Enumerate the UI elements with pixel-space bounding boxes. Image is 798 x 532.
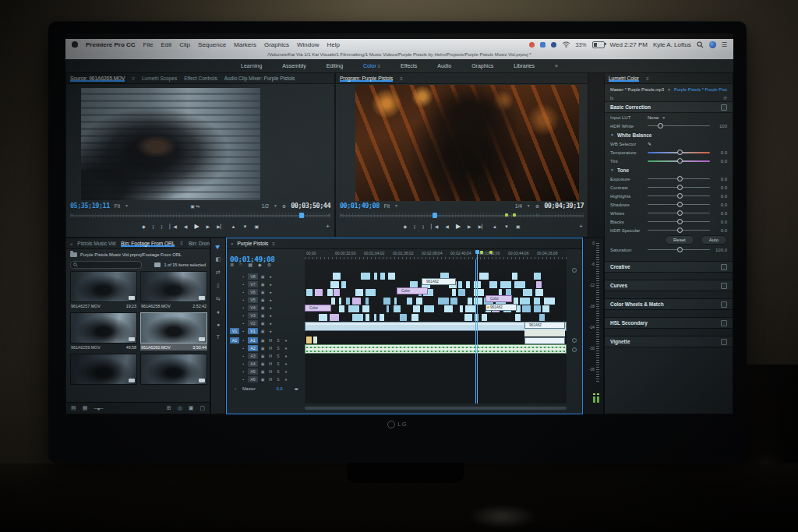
panel-menu-icon[interactable]: ≡ [272,241,275,246]
mute-button[interactable]: M [267,369,274,374]
slider-value[interactable]: 0.0 [713,211,727,216]
mute-button[interactable]: M [267,346,274,351]
timeline-clip[interactable] [514,281,524,288]
sync-lock-icon[interactable]: ▣ [260,290,266,294]
source-zoom-dropdown[interactable]: 1/2 [262,203,269,209]
source-settings-icons[interactable]: ▣ ⇆ [190,203,200,209]
slider-temperature[interactable] [648,152,710,153]
timeline-clip[interactable] [512,273,517,280]
clip-name[interactable]: 961A6257.MOV [71,304,101,308]
white-balance-header[interactable]: White Balance [617,132,651,138]
timeline-clip[interactable] [339,305,345,312]
source-patch[interactable] [230,353,239,359]
clip-card[interactable] [70,354,137,385]
track-header-v8[interactable]: ▪V8▣● [228,273,303,280]
track-visibility-eye-icon[interactable]: ● [267,274,274,279]
slider-whites[interactable] [648,213,710,213]
track-name[interactable]: A2 [248,345,258,351]
panel-menu-icon[interactable]: ≡ [180,241,183,247]
nest-icon[interactable]: ≣ [230,262,234,267]
clip-thumbnail[interactable] [70,354,137,385]
timeline-clip[interactable] [388,273,395,280]
mute-icon[interactable]: ▣ [260,377,266,382]
reset-button[interactable]: Reset [665,235,694,245]
track-name[interactable]: A1 [248,337,258,344]
sync-lock-icon[interactable]: ▣ [260,305,266,310]
solo-button[interactable]: S [275,369,281,374]
lock-icon[interactable]: ▪ [241,346,246,351]
hdr-white-slider[interactable] [648,125,710,126]
timeline-clip[interactable] [330,281,339,288]
voiceover-record-icon[interactable]: ♦ [283,361,289,366]
go-to-in-icon[interactable]: ▏◀ [170,224,177,229]
saturation-value[interactable]: 100.0 [713,248,727,252]
source-video[interactable] [81,88,260,200]
sync-lock-icon[interactable]: ▣ [260,274,266,279]
sync-lock-icon[interactable]: ▣ [260,329,266,333]
razor-tool[interactable]: ▯ [217,283,220,289]
keyframe-icon[interactable]: ◂▸ [294,386,298,391]
voiceover-record-icon[interactable]: ♦ [283,354,289,358]
track-name[interactable]: A5 [248,368,258,375]
section-enabled-checkbox[interactable] [721,320,727,326]
timeline-clip[interactable] [542,305,550,312]
menu-item-window[interactable]: Window [297,41,319,48]
master-track-row[interactable]: ▪ Master 0.0 ◂▸ [233,386,298,391]
timeline-clip[interactable] [383,298,390,305]
sync-lock-icon[interactable]: ▣ [260,321,266,326]
lock-icon[interactable]: ▪ [241,329,246,333]
timeline-clip[interactable] [534,273,541,280]
ripple-edit-tool[interactable]: ⇄ [216,270,221,276]
menu-item-sequence[interactable]: Sequence [198,41,226,48]
workspace-overflow-button[interactable]: » [555,63,558,69]
mute-icon[interactable]: ▣ [260,346,266,351]
track-name[interactable]: V8 [248,273,258,280]
menu-item-file[interactable]: File [143,41,154,48]
track-name[interactable]: V3 [248,312,258,319]
panel-menu-icon[interactable]: ≡ [376,64,380,69]
clip-thumbnail[interactable] [70,312,137,344]
slider-blacks[interactable] [648,221,710,222]
timeline-clip[interactable] [365,289,376,296]
timeline-audio-clip[interactable] [306,336,312,344]
timeline-audio-music-clip[interactable] [305,344,567,354]
timeline-clip[interactable] [352,314,363,321]
scrollbar-dot[interactable] [572,347,577,352]
source-patch[interactable] [230,361,239,367]
extract-icon[interactable]: ▼ [242,224,247,229]
track-visibility-eye-icon[interactable]: ● [267,298,274,302]
hdr-white-value[interactable]: 100 [713,124,727,129]
slider-hdr-specular[interactable] [648,230,710,231]
scrollbar-dot[interactable] [572,338,577,343]
track-visibility-eye-icon[interactable]: ● [267,305,274,310]
project-tab[interactable]: Pistols Music Vid [77,241,115,247]
timeline-clip[interactable] [400,314,407,321]
track-select-forward-tool[interactable]: ◧ [216,256,221,262]
source-tab[interactable]: Source: 961A6265.MOV [70,76,125,82]
section-enabled-checkbox[interactable] [721,301,727,308]
adjustment-layer-clip[interactable]: Color [397,287,428,294]
adjustment-layer-clip[interactable]: Color [486,295,512,302]
saturation-slider[interactable] [648,249,710,250]
track-visibility-eye-icon[interactable]: ● [267,290,274,294]
tone-header[interactable]: Tone [617,167,629,173]
sync-lock-icon[interactable]: ▣ [260,298,266,302]
timeline-clip[interactable] [450,298,457,305]
program-fit-dropdown[interactable]: Fit [384,203,390,209]
settings-icon[interactable]: ⟳ [723,96,727,100]
source-patch[interactable] [230,305,239,311]
sequence-marker-green[interactable] [505,213,508,217]
workspace-tab-learning[interactable]: Learning [241,63,262,69]
timeline-clip[interactable] [464,314,473,321]
timeline-clip[interactable] [452,289,456,296]
timeline-clip[interactable] [520,298,530,305]
timeline-labeled-clip[interactable] [524,337,565,344]
track-header-v2[interactable]: ▪V2▣● [228,319,303,327]
panel-menu-icon[interactable]: ≡ [132,76,135,81]
track-name[interactable]: A3 [248,353,258,359]
slider-knob[interactable] [677,193,683,199]
hand-tool[interactable]: ● [217,322,220,327]
slider-value[interactable]: 0.0 [713,185,727,190]
timeline-clip[interactable] [468,298,472,305]
lock-icon[interactable]: ▪ [241,369,246,374]
